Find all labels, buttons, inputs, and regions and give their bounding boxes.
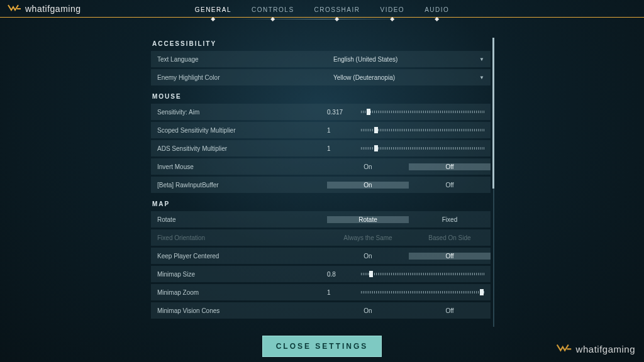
label-invert-mouse: Invert Mouse xyxy=(151,163,327,170)
slider-ads-multiplier[interactable] xyxy=(361,147,484,150)
tab-video[interactable]: VIDEO xyxy=(380,6,405,19)
toggle-based-on-side: Based On Side xyxy=(409,234,491,241)
watermark-bottom: whatifgaming xyxy=(556,342,635,356)
scrollbar-thumb[interactable] xyxy=(492,38,494,189)
brand-name: whatifgaming xyxy=(576,344,635,354)
label-minimap-size: Minimap Size xyxy=(151,271,327,278)
tab-crosshair[interactable]: CROSSHAIR xyxy=(314,6,360,19)
slider-sensitivity-aim[interactable] xyxy=(361,111,484,113)
settings-panel: ACCESSIBILITY Text Language English (Uni… xyxy=(151,36,491,332)
tab-controls[interactable]: CONTROLS xyxy=(252,6,294,19)
tab-audio[interactable]: AUDIO xyxy=(425,6,449,19)
tab-dot-icon xyxy=(270,17,275,21)
brand-logo: whatifgaming xyxy=(8,3,81,15)
row-sensitivity-aim: Sensitivity: Aim 0.317 xyxy=(151,104,491,120)
row-invert-mouse: Invert Mouse On Off xyxy=(151,158,491,175)
row-fixed-orientation: Fixed Orientation Always the Same Based … xyxy=(151,229,491,246)
toggle-invert-on[interactable]: On xyxy=(327,163,409,170)
value-sensitivity-aim: 0.317 xyxy=(327,109,352,116)
chevron-down-icon: ▼ xyxy=(479,57,484,62)
slider-knob[interactable] xyxy=(480,289,484,295)
brand-icon xyxy=(8,3,21,15)
dropdown-value: English (United States) xyxy=(333,56,397,63)
label-ads-multiplier: ADS Sensitivity Multiplier xyxy=(151,145,327,152)
slider-scoped-multiplier[interactable] xyxy=(361,129,484,131)
label-text-language: Text Language xyxy=(151,56,327,63)
label-sensitivity-aim: Sensitivity: Aim xyxy=(151,109,327,116)
close-settings-button[interactable]: CLOSE SETTINGS xyxy=(262,336,382,357)
label-raw-input: [Beta] RawInputBuffer xyxy=(151,182,327,189)
row-scoped-multiplier: Scoped Sensitivity Multiplier 1 xyxy=(151,122,491,138)
value-ads-multiplier: 1 xyxy=(327,145,352,152)
toggle-always-same: Always the Same xyxy=(327,234,409,241)
slider-knob[interactable] xyxy=(367,109,370,115)
slider-minimap-size[interactable] xyxy=(361,273,484,275)
row-keep-centered: Keep Player Centered On Off xyxy=(151,248,491,264)
dropdown-enemy-highlight[interactable]: Yellow (Deuteranopia) ▼ xyxy=(327,69,491,85)
value-minimap-size: 0.8 xyxy=(327,271,352,278)
brand-icon xyxy=(556,342,572,356)
section-mouse: MOUSE xyxy=(152,93,491,100)
tab-dot-icon xyxy=(335,17,339,21)
toggle-cones-off[interactable]: Off xyxy=(409,307,491,314)
toggle-raw-off[interactable]: Off xyxy=(409,182,491,189)
label-keep-centered: Keep Player Centered xyxy=(151,253,327,260)
tab-general[interactable]: GENERAL xyxy=(195,6,231,19)
row-raw-input: [Beta] RawInputBuffer On Off xyxy=(151,177,491,193)
slider-knob[interactable] xyxy=(369,271,373,277)
row-ads-multiplier: ADS Sensitivity Multiplier 1 xyxy=(151,140,491,156)
slider-minimap-zoom[interactable] xyxy=(361,291,484,293)
row-vision-cones: Minimap Vision Cones On Off xyxy=(151,302,491,319)
tab-dot-icon xyxy=(390,17,394,21)
slider-knob[interactable] xyxy=(374,145,378,151)
row-text-language: Text Language English (United States) ▼ xyxy=(151,51,491,67)
tab-dot-icon xyxy=(211,17,215,21)
value-scoped-multiplier: 1 xyxy=(327,127,352,134)
toggle-fixed[interactable]: Fixed xyxy=(409,216,491,223)
toggle-invert-off[interactable]: Off xyxy=(409,163,491,170)
section-accessibility: ACCESSIBILITY xyxy=(152,40,491,47)
label-fixed-orientation: Fixed Orientation xyxy=(151,234,327,241)
toggle-cones-on[interactable]: On xyxy=(327,307,409,314)
toggle-centered-on[interactable]: On xyxy=(327,253,409,260)
dropdown-value: Yellow (Deuteranopia) xyxy=(333,74,395,81)
row-minimap-zoom: Minimap Zoom 1 xyxy=(151,284,491,300)
toggle-rotate[interactable]: Rotate xyxy=(327,216,409,223)
section-map: MAP xyxy=(152,200,491,207)
label-enemy-highlight: Enemy Highlight Color xyxy=(151,74,327,81)
value-minimap-zoom: 1 xyxy=(327,289,352,296)
tab-dot-icon xyxy=(435,17,439,21)
brand-name: whatifgaming xyxy=(25,4,81,14)
row-rotate: Rotate Rotate Fixed xyxy=(151,211,491,228)
toggle-centered-off[interactable]: Off xyxy=(409,253,491,260)
label-rotate: Rotate xyxy=(151,216,327,223)
dropdown-text-language[interactable]: English (United States) ▼ xyxy=(327,51,491,67)
toggle-raw-on[interactable]: On xyxy=(327,182,409,189)
slider-knob[interactable] xyxy=(374,127,378,133)
label-vision-cones: Minimap Vision Cones xyxy=(151,307,327,314)
settings-tabs: GENERAL CONTROLS CROSSHAIR VIDEO AUDIO xyxy=(195,6,450,19)
chevron-down-icon: ▼ xyxy=(479,75,484,80)
row-minimap-size: Minimap Size 0.8 xyxy=(151,266,491,282)
label-scoped-multiplier: Scoped Sensitivity Multiplier xyxy=(151,127,327,134)
label-minimap-zoom: Minimap Zoom xyxy=(151,289,327,296)
row-enemy-highlight: Enemy Highlight Color Yellow (Deuteranop… xyxy=(151,69,491,85)
